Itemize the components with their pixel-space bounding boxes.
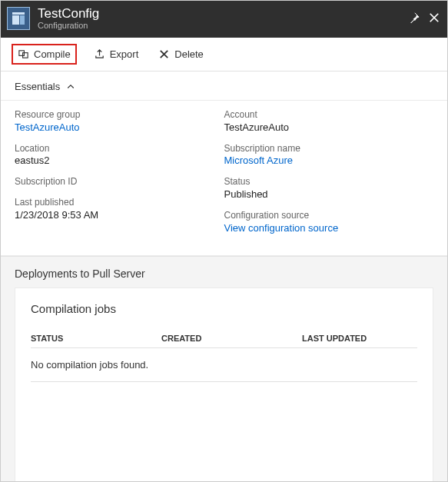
location-label: Location [15, 142, 224, 155]
export-button[interactable]: Export [91, 47, 142, 61]
close-icon[interactable] [429, 12, 440, 25]
delete-label: Delete [174, 48, 204, 60]
config-source-label: Configuration source [224, 209, 434, 222]
table-header: STATUS CREATED LAST UPDATED [31, 329, 417, 348]
command-bar: Compile Export Delete [1, 38, 447, 71]
page-subtitle: Configuration [38, 21, 409, 30]
column-status[interactable]: STATUS [31, 334, 161, 343]
configuration-icon [7, 7, 30, 30]
compile-label: Compile [34, 48, 71, 60]
last-published-label: Last published [15, 196, 224, 209]
compilation-jobs-title: Compilation jobs [31, 302, 417, 315]
subscription-name-link[interactable]: Microsoft Azure [224, 155, 434, 168]
account-value: TestAzureAuto [224, 121, 434, 135]
blade-header: TestConfig Configuration [1, 1, 447, 38]
resource-group-label: Resource group [15, 108, 224, 121]
compilation-jobs-panel: Compilation jobs STATUS CREATED LAST UPD… [15, 288, 433, 482]
pin-icon[interactable] [409, 12, 420, 25]
account-label: Account [224, 108, 434, 121]
column-last-updated[interactable]: LAST UPDATED [302, 334, 417, 343]
subscription-name-label: Subscription name [224, 142, 434, 155]
status-label: Status [224, 175, 434, 188]
svg-rect-0 [12, 12, 25, 15]
compile-button[interactable]: Compile [12, 44, 77, 65]
table-empty-message: No compilation jobs found. [31, 348, 417, 382]
last-published-value: 1/23/2018 9:53 AM [15, 209, 224, 222]
column-created[interactable]: CREATED [161, 334, 302, 343]
location-value: eastus2 [15, 155, 224, 168]
svg-rect-2 [20, 15, 25, 25]
deployments-title: Deployments to Pull Server [15, 268, 433, 280]
subscription-id-label: Subscription ID [15, 175, 224, 188]
deployments-section: Deployments to Pull Server Compilation j… [1, 256, 447, 482]
essentials-toggle[interactable]: Essentials [1, 71, 447, 101]
delete-button[interactable]: Delete [155, 47, 207, 61]
status-value: Published [224, 188, 434, 201]
chevron-up-icon [66, 82, 75, 91]
essentials-panel: Resource group TestAzureAuto Location ea… [1, 101, 447, 256]
page-title: TestConfig [38, 7, 409, 22]
config-source-link[interactable]: View configuration source [224, 222, 434, 235]
export-label: Export [110, 48, 139, 60]
resource-group-link[interactable]: TestAzureAuto [15, 121, 224, 135]
svg-rect-1 [12, 15, 19, 25]
essentials-label: Essentials [15, 81, 60, 92]
